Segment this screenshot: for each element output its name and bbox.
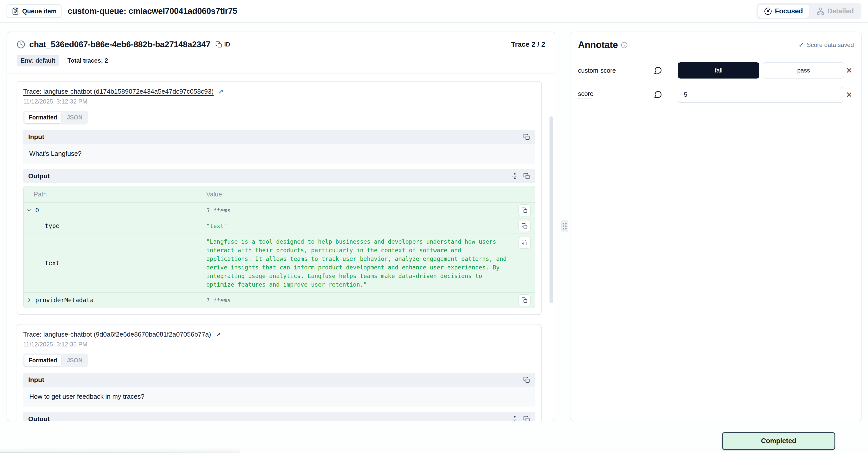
copy-value-button[interactable] xyxy=(519,236,531,249)
output-label: Output xyxy=(28,172,50,180)
page-title: custom-queue: cmiacwel70041ad060s7tlr75 xyxy=(68,6,237,16)
json-value: "text" xyxy=(206,222,535,230)
json-key: 0 xyxy=(35,207,39,214)
output-section-header: Output xyxy=(23,169,535,183)
annotate-title: Annotate xyxy=(578,40,618,50)
queue-item-badge: Queue item xyxy=(6,4,62,18)
json-path: type xyxy=(24,223,206,229)
tab-json[interactable]: JSON xyxy=(62,355,87,366)
detailed-view-label: Detailed xyxy=(828,7,854,15)
trace-timestamp: 11/12/2025, 3:12:32 PM xyxy=(23,98,535,105)
score-name-label: score xyxy=(578,90,593,99)
json-value: 3 items xyxy=(206,206,535,215)
copy-icon xyxy=(215,41,222,48)
message-bubble-icon xyxy=(654,66,662,75)
traces-scroll-area[interactable]: Trace: langfuse-chatbot (d174b1589072e43… xyxy=(7,74,555,421)
output-section-header: Output xyxy=(23,412,535,421)
clock-icon xyxy=(17,40,25,49)
copy-output-button[interactable] xyxy=(523,416,530,421)
format-tabs: Formatted JSON xyxy=(23,353,88,367)
queue-item-panel-header: chat_536ed067-b86e-4eb6-882b-ba27148a234… xyxy=(7,32,555,74)
input-label: Input xyxy=(28,133,44,141)
tab-formatted[interactable]: Formatted xyxy=(25,355,61,366)
chevron-right-icon[interactable] xyxy=(26,297,35,303)
chevron-down-icon[interactable] xyxy=(26,207,35,214)
input-label: Input xyxy=(28,376,44,384)
copy-output-button[interactable] xyxy=(523,173,530,179)
queue-item-badge-label: Queue item xyxy=(22,7,57,15)
comment-button[interactable] xyxy=(654,66,678,75)
output-label: Output xyxy=(28,415,50,421)
output-row-providerMetadata: providerMetadata1 items xyxy=(24,292,535,308)
copy-input-button[interactable] xyxy=(523,376,530,383)
expand-output-button[interactable] xyxy=(512,416,518,421)
copy-icon xyxy=(523,134,530,140)
save-status: ✓ Score data saved xyxy=(799,41,854,49)
panel-resize-handle[interactable] xyxy=(561,220,568,232)
completed-button[interactable]: Completed xyxy=(722,432,835,450)
score-value-input[interactable] xyxy=(678,87,843,103)
copy-input-button[interactable] xyxy=(523,134,530,140)
copy-icon xyxy=(523,376,530,383)
tab-json[interactable]: JSON xyxy=(62,112,87,123)
item-title: chat_536ed067-b86e-4eb6-882b-ba27148a234… xyxy=(29,40,210,49)
focused-view-label: Focused xyxy=(775,7,803,15)
output-row-0: 03 items xyxy=(24,202,535,218)
detailed-view-button[interactable]: Detailed xyxy=(810,5,860,18)
env-badge: Env: default xyxy=(17,55,59,66)
json-key: type xyxy=(45,223,60,229)
check-icon: ✓ xyxy=(799,41,804,49)
view-toggle: Focused Detailed xyxy=(756,3,862,19)
trace-card: Trace: langfuse-chatbot (d174b1589072e43… xyxy=(17,81,542,315)
json-path: providerMetadata xyxy=(24,297,206,304)
input-section-header: Input xyxy=(23,373,535,387)
output-row-text: text"Langfuse is a tool designed to help… xyxy=(24,233,535,292)
delete-score-button[interactable]: ✕ xyxy=(844,91,854,99)
app-screen: Queue item custom-queue: cmiacwel70041ad… xyxy=(0,0,868,453)
page-bottom-scroll-fade xyxy=(0,448,240,453)
focused-view-button[interactable]: Focused xyxy=(758,5,809,18)
copy-value-button[interactable] xyxy=(519,204,531,217)
input-section-header: Input xyxy=(23,130,535,144)
copy-icon xyxy=(523,173,530,179)
message-bubble-icon xyxy=(654,90,662,99)
network-tree-icon xyxy=(816,7,825,15)
gauge-icon xyxy=(764,7,772,15)
json-path: text xyxy=(24,260,206,267)
external-link-icon: ↗ xyxy=(218,88,223,95)
tab-formatted[interactable]: Formatted xyxy=(25,112,61,123)
score-name-label: custom-score xyxy=(578,67,616,74)
trace-link-label: Trace: langfuse-chatbot (9d0a6f2e6de8670… xyxy=(23,331,211,338)
copy-value-button[interactable] xyxy=(519,220,531,232)
total-traces: Total traces: 2 xyxy=(67,57,108,64)
unfold-vertical-icon xyxy=(512,416,518,421)
save-status-label: Score data saved xyxy=(807,41,854,49)
output-json-table: Path Value 03 itemstype"text"text"Langfu… xyxy=(23,186,535,308)
copy-value-button[interactable] xyxy=(519,294,531,306)
trace-link[interactable]: Trace: langfuse-chatbot (9d0a6f2e6de8670… xyxy=(23,331,221,338)
comment-button[interactable] xyxy=(654,90,678,99)
expand-output-button[interactable] xyxy=(512,173,518,179)
trace-card: Trace: langfuse-chatbot (9d0a6f2e6de8670… xyxy=(17,324,542,421)
copy-id-button[interactable]: ID xyxy=(215,41,230,48)
json-value: 1 items xyxy=(206,296,535,305)
score-option-pass[interactable]: pass xyxy=(763,62,844,79)
input-value: What's Langfuse? xyxy=(23,144,535,164)
format-tabs: Formatted JSON xyxy=(23,111,88,124)
vertical-scrollbar-thumb[interactable] xyxy=(550,116,553,303)
score-choice-group: fail pass xyxy=(678,62,844,79)
info-icon[interactable] xyxy=(621,42,628,49)
path-column-header: Path xyxy=(24,191,206,198)
output-row-type: type"text" xyxy=(24,218,535,233)
annotate-panel: Annotate ✓ Score data saved custom-score… xyxy=(570,32,862,421)
json-key: providerMetadata xyxy=(35,297,94,304)
unfold-vertical-icon xyxy=(512,173,518,179)
score-row-custom-score: custom-score fail pass ✕ xyxy=(578,62,854,79)
score-option-fail[interactable]: fail xyxy=(678,62,759,79)
external-link-icon: ↗ xyxy=(215,331,221,338)
copy-icon xyxy=(523,416,530,421)
clipboard-pen-icon xyxy=(11,7,19,15)
trace-link[interactable]: Trace: langfuse-chatbot (d174b1589072e43… xyxy=(23,88,223,95)
delete-score-button[interactable]: ✕ xyxy=(844,66,854,75)
queue-item-panel: chat_536ed067-b86e-4eb6-882b-ba27148a234… xyxy=(6,32,555,421)
